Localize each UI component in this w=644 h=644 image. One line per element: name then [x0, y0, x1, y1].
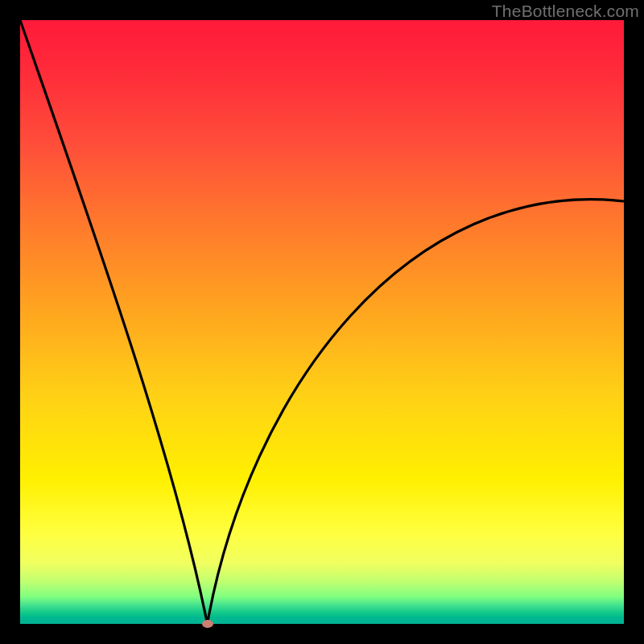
chart-frame: TheBottleneck.com	[0, 0, 644, 644]
minimum-marker	[202, 620, 213, 628]
plot-area	[20, 20, 624, 624]
bottleneck-curve	[20, 20, 624, 624]
watermark-text: TheBottleneck.com	[492, 2, 639, 21]
